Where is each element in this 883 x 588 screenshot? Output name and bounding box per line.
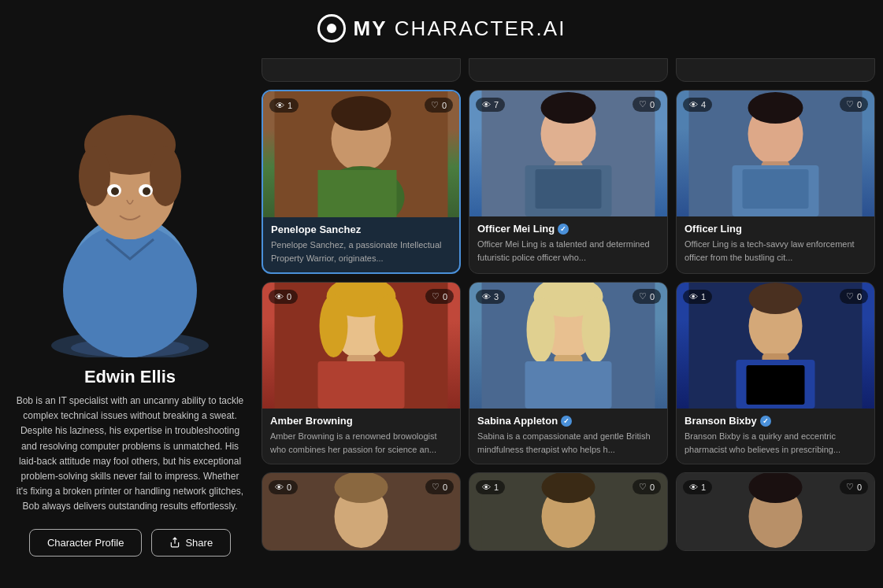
card-stats-ling: 👁4 ♡0 xyxy=(683,97,868,112)
view-count-u3: 👁1 xyxy=(683,480,712,494)
partial-card-1 xyxy=(262,58,461,82)
view-count-amber: 👁0 xyxy=(269,290,298,304)
card-desc-ling: Officer Ling is a tech-savvy law enforce… xyxy=(685,238,866,264)
svg-rect-37 xyxy=(318,361,405,409)
svg-point-8 xyxy=(150,146,181,206)
card-stats-branson: 👁1 ♡0 xyxy=(683,289,868,304)
card-stats-u1: 👁0 ♡0 xyxy=(269,479,454,494)
card-officer-mei-ling[interactable]: 👁7 ♡0 Officer Mei Ling ✓ Officer Mei Lin… xyxy=(469,90,668,274)
share-button[interactable]: Share xyxy=(151,529,231,557)
svg-point-7 xyxy=(79,146,110,206)
card-info-mei: Officer Mei Ling ✓ Officer Mei Ling is a… xyxy=(469,216,667,272)
svg-point-35 xyxy=(375,294,403,357)
view-count-ling: 👁4 xyxy=(683,98,712,112)
card-unknown-3[interactable]: 👁1 ♡0 xyxy=(676,472,875,551)
like-count-sabina: ♡0 xyxy=(633,289,661,304)
partial-top-row xyxy=(262,58,875,82)
card-info-amber: Amber Browning Amber Browning is a renow… xyxy=(262,409,460,464)
partial-card-3 xyxy=(676,58,875,82)
card-stats-amber: 👁0 ♡0 xyxy=(269,289,454,304)
action-buttons: Character Profile Share xyxy=(29,529,231,557)
like-count-penelope: ♡0 xyxy=(425,98,453,113)
card-name-ling: Officer Ling xyxy=(685,223,866,235)
character-avatar xyxy=(20,66,240,357)
svg-rect-50 xyxy=(747,365,805,405)
grid-row-2: 👁0 ♡0 Amber Browning Amber Browning is a… xyxy=(262,282,875,464)
card-name-penelope: Penelope Sanchez xyxy=(271,224,451,235)
card-desc-mei: Officer Mei Ling is a talented and deter… xyxy=(477,238,659,264)
card-desc-branson: Branson Bixby is a quirky and eccentric … xyxy=(685,430,866,456)
card-info-sabina: Sabina Appleton ✓ Sabina is a compassion… xyxy=(469,409,667,464)
card-info-ling: Officer Ling Officer Ling is a tech-savv… xyxy=(677,216,874,272)
card-name-sabina: Sabina Appleton ✓ xyxy=(477,415,659,427)
svg-point-34 xyxy=(320,294,348,357)
card-unknown-1[interactable]: 👁0 ♡0 xyxy=(262,472,461,551)
card-officer-ling[interactable]: 👁4 ♡0 Officer Ling Officer Ling is a tec… xyxy=(676,90,875,274)
share-icon xyxy=(169,537,180,548)
card-desc-amber: Amber Browning is a renowned browologist… xyxy=(270,430,452,456)
svg-rect-24 xyxy=(536,169,602,209)
card-name-mei: Officer Mei Ling ✓ xyxy=(477,223,659,235)
card-desc-penelope: Penelope Sanchez, a passionate Intellect… xyxy=(271,239,451,264)
svg-point-41 xyxy=(527,297,555,363)
card-stats-penelope: 👁1 ♡0 xyxy=(269,98,453,113)
left-panel: Edwin Ellis Bob is an IT specialist with… xyxy=(8,58,252,564)
avatar-container xyxy=(20,58,240,357)
card-name-amber: Amber Browning xyxy=(270,415,452,427)
svg-rect-44 xyxy=(525,361,612,409)
view-count-u2: 👁1 xyxy=(476,480,505,494)
card-info-branson: Branson Bixby ✓ Branson Bixby is a quirk… xyxy=(677,409,874,464)
svg-point-3 xyxy=(63,224,197,357)
card-sabina-appleton[interactable]: 👁3 ♡0 Sabina Appleton ✓ Sabina is a comp… xyxy=(469,282,668,464)
like-count-u2: ♡0 xyxy=(633,479,661,494)
svg-rect-18 xyxy=(318,170,397,217)
card-stats-u2: 👁1 ♡0 xyxy=(476,479,661,494)
verified-badge-sabina: ✓ xyxy=(561,416,572,427)
card-stats-u3: 👁1 ♡0 xyxy=(683,479,868,494)
card-penelope-sanchez[interactable]: 👁1 ♡0 Penelope Sanchez Penelope Sanchez,… xyxy=(262,90,461,274)
header: MY CHARACTER.AI xyxy=(0,0,883,50)
card-info-penelope: Penelope Sanchez Penelope Sanchez, a pas… xyxy=(263,217,459,272)
svg-point-42 xyxy=(582,297,610,363)
verified-badge-branson: ✓ xyxy=(760,416,771,427)
like-count-branson: ♡0 xyxy=(840,289,868,304)
like-count-mei: ♡0 xyxy=(633,97,661,112)
card-amber-browning[interactable]: 👁0 ♡0 Amber Browning Amber Browning is a… xyxy=(262,282,461,464)
view-count-penelope: 👁1 xyxy=(269,98,299,113)
character-grid: 👁1 ♡0 Penelope Sanchez Penelope Sanchez,… xyxy=(262,58,875,564)
card-stats-sabina: 👁3 ♡0 xyxy=(476,289,661,304)
character-description: Bob is an IT specialist with an uncanny … xyxy=(8,394,252,515)
view-count-sabina: 👁3 xyxy=(476,290,505,304)
like-count-ling: ♡0 xyxy=(840,97,868,112)
card-branson-bixby[interactable]: 👁1 ♡0 Branson Bixby ✓ Branson Bixby is a… xyxy=(676,282,875,464)
like-count-u1: ♡0 xyxy=(425,479,454,494)
main-layout: Edwin Ellis Bob is an IT specialist with… xyxy=(0,50,883,564)
character-profile-button[interactable]: Character Profile xyxy=(29,529,143,557)
character-name: Edwin Ellis xyxy=(84,367,176,387)
view-count-u1: 👁0 xyxy=(269,480,298,494)
verified-badge-mei: ✓ xyxy=(558,224,569,235)
app-logo xyxy=(317,14,346,43)
view-count-mei: 👁7 xyxy=(476,98,505,112)
card-desc-sabina: Sabina is a compassionate and gentle Bri… xyxy=(477,430,659,456)
svg-point-11 xyxy=(111,187,119,195)
card-stats-mei: 👁7 ♡0 xyxy=(476,97,661,112)
svg-point-12 xyxy=(143,187,150,195)
card-unknown-2[interactable]: 👁1 ♡0 xyxy=(469,472,668,551)
grid-row-3: 👁0 ♡0 👁1 ♡0 xyxy=(262,472,875,551)
app-title: MY CHARACTER.AI xyxy=(354,17,566,41)
svg-rect-30 xyxy=(743,169,809,209)
like-count-amber: ♡0 xyxy=(425,289,454,304)
card-name-branson: Branson Bixby ✓ xyxy=(685,415,866,427)
like-count-u3: ♡0 xyxy=(840,479,868,494)
grid-row-1: 👁1 ♡0 Penelope Sanchez Penelope Sanchez,… xyxy=(262,90,875,274)
view-count-branson: 👁1 xyxy=(683,290,712,304)
partial-card-2 xyxy=(469,58,668,82)
